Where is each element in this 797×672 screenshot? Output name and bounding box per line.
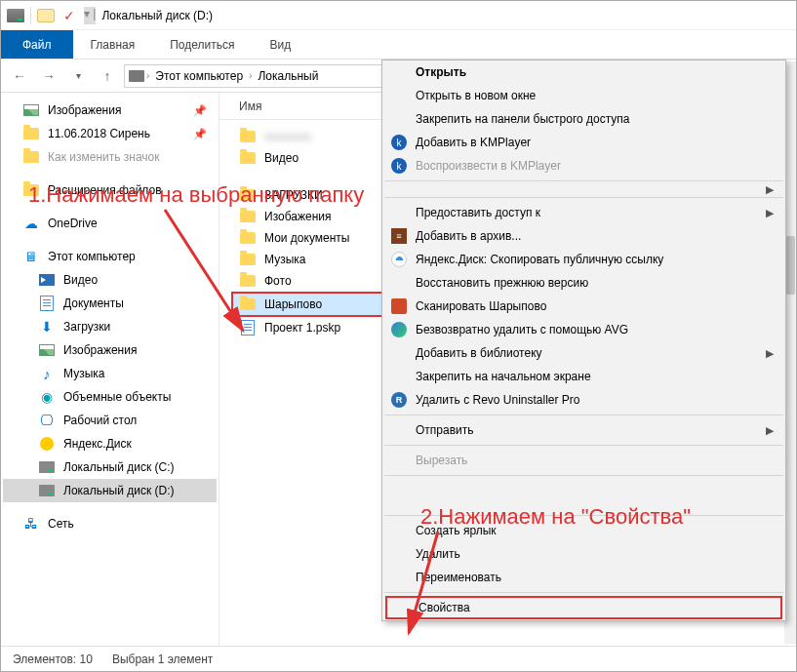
context-menu-label: Переименовать <box>416 571 501 584</box>
sidebar-item[interactable]: Локальный диск (C:) <box>3 455 217 479</box>
sidebar-item-label: Этот компьютер <box>48 250 136 263</box>
context-menu-label: Закрепить на панели быстрого доступа <box>416 112 630 126</box>
sidebar-item[interactable]: 🖧Сеть <box>3 512 217 535</box>
folder-icon <box>239 128 257 145</box>
annotation-step1: 1.Нажимаем на выбранную папку <box>28 182 364 208</box>
context-menu-item[interactable]: ≡Добавить в архив... <box>382 224 785 248</box>
context-menu-item[interactable]: kДобавить в KMPlayer <box>382 131 785 154</box>
sidebar-item[interactable]: Документы <box>3 292 217 315</box>
sidebar-item[interactable]: Изображения <box>3 338 217 362</box>
window-title: Локальный диск (D:) <box>101 9 213 22</box>
sidebar-item-label: Сеть <box>48 517 74 531</box>
address-segment-drive[interactable]: Локальный <box>254 69 322 83</box>
context-menu-label: Предоставить доступ к <box>416 206 540 219</box>
title-bar: ✓ ▾ | Локальный диск (D:) <box>1 1 796 30</box>
video-icon <box>38 271 56 289</box>
drive-icon <box>38 482 56 499</box>
file-name: Фото <box>264 274 292 288</box>
pc-icon: 🖥 <box>22 248 40 265</box>
sidebar-item[interactable]: Как изменить значок <box>3 145 217 169</box>
file-row-selected[interactable]: Шарыпово <box>231 292 383 317</box>
context-menu-label: Яндекс.Диск: Скопировать публичную ссылк… <box>416 253 663 266</box>
context-menu-item[interactable]: Сканировать Шарыпово <box>382 295 785 318</box>
context-menu-label: Вырезать <box>416 454 467 467</box>
sidebar-item-label: Как изменить значок <box>48 150 160 164</box>
navigation-pane: Изображения📌11.06.2018 Сирень📌Как измени… <box>1 93 219 646</box>
tab-share[interactable]: Поделиться <box>152 30 252 59</box>
context-menu-item[interactable]: Открыть в новом окне <box>382 84 785 107</box>
doc-icon <box>38 295 56 312</box>
context-menu-separator <box>384 197 783 198</box>
context-menu-item[interactable]: ▶ <box>382 184 785 194</box>
context-menu-item[interactable]: Яндекс.Диск: Скопировать публичную ссылк… <box>382 248 785 271</box>
tab-file[interactable]: Файл <box>1 30 73 59</box>
context-menu-label: Безвозвратно удалить с помощью AVG <box>416 323 628 336</box>
context-menu-item[interactable]: Восстановить прежнюю версию <box>382 271 785 295</box>
address-sep-icon: › <box>146 70 149 81</box>
avg-icon <box>390 321 408 338</box>
context-menu-item[interactable]: Безвозвратно удалить с помощью AVG <box>382 318 785 341</box>
nav-forward-button[interactable]: → <box>36 63 61 89</box>
sidebar-item[interactable]: Видео <box>3 268 217 292</box>
status-selected-count: Выбран 1 элемент <box>112 652 213 666</box>
context-menu-properties[interactable]: Свойства <box>385 596 782 619</box>
qat-dropdown[interactable]: ▾ | <box>84 7 96 24</box>
context-menu-item[interactable]: Добавить в библиотеку▶ <box>382 341 785 365</box>
sidebar-item[interactable]: Локальный диск (D:) <box>3 479 217 502</box>
sidebar-item[interactable]: 🖥Этот компьютер <box>3 245 217 268</box>
drive-icon <box>7 9 24 22</box>
context-menu-label: Удалить <box>416 547 460 561</box>
file-name: Шарыпово <box>264 297 322 311</box>
context-menu-item[interactable]: Отправить▶ <box>382 418 785 442</box>
address-sep-icon: › <box>249 70 252 81</box>
sidebar-item[interactable]: 11.06.2018 Сирень📌 <box>3 122 217 145</box>
sidebar-item[interactable]: ♪Музыка <box>3 362 217 385</box>
context-menu-separator <box>384 445 783 446</box>
sidebar-item[interactable]: ⬇Загрузки <box>3 315 217 338</box>
submenu-arrow-icon: ▶ <box>766 207 774 219</box>
check-icon: ✓ <box>60 7 78 24</box>
sidebar-item-label: Видео <box>63 273 98 287</box>
submenu-arrow-icon: ▶ <box>766 183 774 196</box>
tab-view[interactable]: Вид <box>252 30 308 59</box>
sidebar-item-label: Локальный диск (D:) <box>63 484 175 497</box>
context-menu-separator <box>384 180 783 181</box>
sidebar-item-label: Музыка <box>63 367 104 380</box>
tab-home[interactable]: Главная <box>73 30 153 59</box>
pin-icon: 📌 <box>193 104 207 117</box>
sidebar-item-label: Изображения <box>63 343 137 357</box>
sidebar-item[interactable]: ☁OneDrive <box>3 212 217 235</box>
nav-up-button[interactable]: ↑ <box>95 63 120 89</box>
scan-icon <box>390 297 408 315</box>
sidebar-item-label: OneDrive <box>48 217 98 230</box>
context-menu-item[interactable]: Вырезать <box>382 449 785 472</box>
submenu-arrow-icon: ▶ <box>766 424 774 437</box>
address-segment-computer[interactable]: Этот компьютер <box>151 69 247 83</box>
music-icon: ♪ <box>38 365 56 382</box>
context-menu-item[interactable]: Переименовать <box>382 566 785 589</box>
nav-history-dropdown[interactable]: ▾ <box>65 63 91 89</box>
context-menu-label: Добавить в архив... <box>416 229 521 243</box>
context-menu-label: Восстановить прежнюю версию <box>416 276 588 290</box>
sidebar-item[interactable]: Изображения📌 <box>3 99 217 122</box>
context-menu-item[interactable]: Предоставить доступ к▶ <box>382 201 785 224</box>
file-name: Музыка <box>264 253 305 266</box>
scrollbar-thumb[interactable] <box>785 236 795 295</box>
context-menu-item[interactable]: Открыть <box>382 60 785 84</box>
sidebar-item-label: Изображения <box>48 103 121 117</box>
sidebar-item-label: Документы <box>63 296 124 310</box>
sidebar-item[interactable]: ◉Объемные объекты <box>3 385 217 409</box>
context-menu-label: Добавить в KMPlayer <box>416 136 531 149</box>
nav-back-button[interactable]: ← <box>7 63 32 89</box>
pin-icon: 📌 <box>193 128 207 140</box>
sidebar-item[interactable]: 🖵Рабочий стол <box>3 409 217 432</box>
context-menu-item[interactable]: Закрепить на панели быстрого доступа <box>382 107 785 131</box>
context-menu-item[interactable]: kВоспроизвести в KMPlayer <box>382 154 785 178</box>
context-menu-item[interactable]: Закрепить на начальном экране <box>382 365 785 388</box>
context-menu: ОткрытьОткрыть в новом окнеЗакрепить на … <box>381 59 786 621</box>
sidebar-item[interactable]: Яндекс.Диск <box>3 432 217 455</box>
context-menu-item[interactable]: RУдалить с Revo Uninstaller Pro <box>382 388 785 412</box>
context-menu-item[interactable]: Удалить <box>382 542 785 566</box>
yadisk-icon <box>38 435 56 453</box>
divider <box>30 7 31 24</box>
